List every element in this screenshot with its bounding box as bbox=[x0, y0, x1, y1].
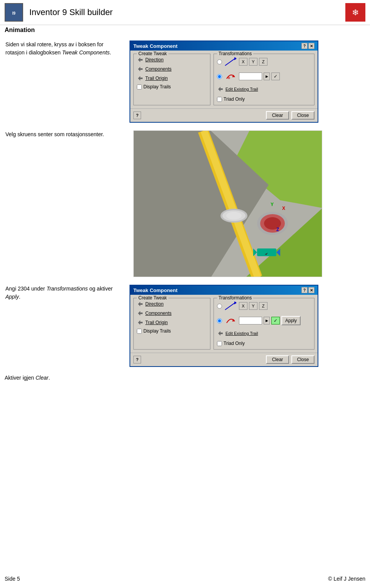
dialog1-xyz-row: X Y Z bbox=[217, 56, 311, 67]
dialog2-apply-btn[interactable]: Apply bbox=[281, 316, 301, 325]
d2-display-trails-checkbox[interactable] bbox=[137, 329, 142, 334]
page-number: Side 5 bbox=[5, 576, 20, 582]
dialog1-body: Create Tweak Direction Components bbox=[130, 51, 318, 108]
svg-text:I9: I9 bbox=[12, 11, 16, 15]
dialog1-help-btn[interactable]: ? bbox=[301, 43, 308, 49]
dialog1: Tweak Component ? ✕ Create Tweak Directi… bbox=[130, 41, 318, 123]
brand-logo: ❄ bbox=[345, 3, 365, 22]
dialog2-check-btn[interactable]: ✓ bbox=[271, 317, 280, 324]
dialog2-trail-origin-row: Trail Origin bbox=[137, 319, 207, 326]
dialog2-value-row: 2304 ▶ ✓ Apply bbox=[217, 315, 311, 326]
svg-marker-5 bbox=[138, 67, 143, 71]
dialog2-rotate-icon2 bbox=[224, 315, 237, 326]
svg-marker-35 bbox=[234, 301, 237, 304]
d2-display-trails-label: Display Trails bbox=[143, 328, 171, 334]
dialog2-z-btn[interactable]: Z bbox=[259, 302, 267, 310]
dialog2: Tweak Component ? ✕ Create Tweak Directi… bbox=[130, 285, 318, 367]
dialog1-title-buttons: ? ✕ bbox=[301, 43, 314, 49]
d2-components-icon bbox=[137, 310, 144, 317]
dialog1-close-btn[interactable]: Close bbox=[291, 111, 314, 120]
trail-origin-label[interactable]: Trail Origin bbox=[145, 76, 168, 81]
section4-paragraph: Aktiver igjen Clear. bbox=[5, 375, 365, 381]
dialog1-expand-arrow[interactable]: ▶ bbox=[264, 73, 270, 80]
components-icon bbox=[137, 66, 144, 73]
section4-row: Aktiver igjen Clear. bbox=[0, 371, 370, 404]
dialog2-container: Tweak Component ? ✕ Create Tweak Directi… bbox=[130, 285, 366, 367]
dialog2-body: Create Tweak Direction Components bbox=[130, 295, 318, 353]
svg-marker-4 bbox=[138, 57, 143, 62]
dialog1-create-tweak-group: Create Tweak Direction Components bbox=[133, 54, 210, 105]
section4-italic: Clear bbox=[35, 375, 48, 381]
dialog1-triad-only-checkbox[interactable] bbox=[217, 97, 222, 102]
dialog1-trans-inner: X Y Z bbox=[217, 56, 311, 102]
svg-point-10 bbox=[228, 77, 230, 79]
dialog2-display-trails-row: Display Trails bbox=[137, 328, 207, 334]
dialog2-components-row: Components bbox=[137, 310, 207, 317]
display-trails-checkbox[interactable] bbox=[137, 84, 142, 90]
dialog2-close-x-btn[interactable]: ✕ bbox=[308, 287, 314, 293]
svg-point-20 bbox=[226, 212, 242, 220]
dialog1-clear-btn[interactable]: Clear bbox=[266, 111, 289, 120]
svg-line-34 bbox=[225, 302, 236, 310]
section3-text: Angi 2304 under Transformastions og akti… bbox=[4, 285, 123, 301]
svg-rect-24 bbox=[257, 248, 276, 256]
dialog1-radio-2[interactable] bbox=[217, 74, 222, 79]
dialog2-create-tweak-label: Create Tweak bbox=[137, 295, 168, 301]
content-row-1: Siden vi skal rotere, kryss av i boksen … bbox=[0, 37, 370, 127]
dialog2-radio-1[interactable] bbox=[217, 304, 222, 309]
dialog1-x-btn[interactable]: X bbox=[239, 58, 247, 66]
display-trails-label: Display Trails bbox=[143, 84, 171, 90]
content-row-3: Angi 2304 under Transformastions og akti… bbox=[0, 281, 370, 371]
dialog1-footer-help[interactable]: ? bbox=[133, 112, 141, 119]
svg-text:Y: Y bbox=[271, 202, 274, 207]
dialog1-display-trails-row: Display Trails bbox=[137, 84, 207, 90]
dialog2-title-buttons: ? ✕ bbox=[301, 287, 314, 293]
dialog2-edit-trail-label[interactable]: Edit Existing Trail bbox=[225, 331, 258, 336]
dialog2-close-btn[interactable]: Close bbox=[291, 355, 314, 364]
dialog2-edit-trail-row: Edit Existing Trail bbox=[217, 330, 311, 337]
dialog2-value-input[interactable]: 2304 bbox=[239, 317, 262, 324]
dialog1-components-row: Components bbox=[137, 66, 207, 73]
dialog1-create-tweak-label: Create Tweak bbox=[137, 51, 168, 56]
section1-paragraph: Siden vi skal rotere, kryss av i boksen … bbox=[5, 41, 123, 57]
dialog1-y-btn[interactable]: Y bbox=[249, 58, 257, 66]
dialog2-footer-help[interactable]: ? bbox=[133, 356, 141, 363]
page-footer: Side 5 © Leif J Jensen bbox=[5, 576, 365, 582]
dialog2-x-btn[interactable]: X bbox=[239, 302, 247, 310]
dialog1-transformations-label: Transformations bbox=[217, 51, 253, 56]
dialog2-trans-inner: X Y Z bbox=[217, 301, 311, 346]
dialog2-y-btn[interactable]: Y bbox=[249, 302, 257, 310]
dialog2-expand-arrow[interactable]: ▶ bbox=[264, 317, 270, 324]
dialog2-triad-only-checkbox[interactable] bbox=[217, 341, 222, 346]
section3-italic1: Transformastions bbox=[47, 286, 88, 292]
dialog2-help-btn[interactable]: ? bbox=[301, 287, 308, 293]
scene-container-col: X Y Z bbox=[130, 130, 366, 277]
dialog2-title-bar: Tweak Component ? ✕ bbox=[130, 286, 318, 295]
dialog1-value-input[interactable]: 0,00 bbox=[239, 73, 262, 80]
d2-components-label[interactable]: Components bbox=[145, 311, 172, 316]
dialog1-edit-trail-label[interactable]: Edit Existing Trail bbox=[225, 87, 258, 91]
section1-text: Siden vi skal rotere, kryss av i boksen … bbox=[4, 41, 123, 57]
d2-edit-trail-icon bbox=[217, 330, 224, 337]
svg-line-7 bbox=[225, 58, 236, 66]
d2-trail-origin-label[interactable]: Trail Origin bbox=[145, 320, 168, 325]
dialog1-close-x-btn[interactable]: ✕ bbox=[308, 43, 314, 49]
dialog2-clear-btn[interactable]: Clear bbox=[266, 355, 289, 364]
d2-direction-label[interactable]: Direction bbox=[145, 301, 163, 307]
dialog1-rotate-icon2 bbox=[224, 71, 237, 82]
dialog1-check-btn[interactable]: ✓ bbox=[271, 73, 280, 80]
dialog1-radio-1[interactable] bbox=[217, 59, 222, 64]
dialog1-value-row: 0,00 ▶ ✓ bbox=[217, 71, 311, 82]
direction-label[interactable]: Direction bbox=[145, 57, 163, 63]
svg-marker-33 bbox=[138, 320, 143, 325]
dialog2-radio-2[interactable] bbox=[217, 318, 222, 323]
svg-marker-6 bbox=[138, 76, 143, 81]
dialog2-create-tweak-group: Create Tweak Direction Components bbox=[133, 298, 210, 350]
content-row-2: Velg skruens senter som rotasjonssenter. bbox=[0, 127, 370, 281]
dialog1-z-btn[interactable]: Z bbox=[259, 58, 267, 66]
components-label[interactable]: Components bbox=[145, 66, 172, 72]
d2-trail-origin-icon bbox=[137, 319, 144, 326]
dialog1-title: Tweak Component bbox=[133, 43, 178, 49]
dialog1-title-bar: Tweak Component ? ✕ bbox=[130, 41, 318, 51]
app-logo: I9 bbox=[5, 3, 23, 22]
